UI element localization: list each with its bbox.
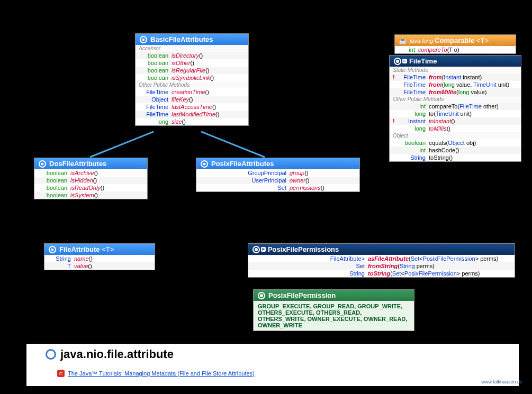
tutorial-link-row: ⊂ The Java™ Tutorials: Managing Metadata… [57,370,255,377]
class-icon [394,58,401,65]
member-row: booleanisHidden () [34,177,147,184]
interface-icon [201,160,208,168]
member-row: Tvalue () [44,262,155,270]
box-title: BasicFileAttributes [150,35,213,43]
member-row: ObjectfileKey () [136,96,248,103]
member-row: booleanisOther () [136,59,248,67]
enum-icon [258,292,265,299]
member-row: FileTimelastAccessTime () [136,103,248,111]
oracle-icon: ⊂ [57,370,65,377]
member-row: longsize () [136,118,248,125]
class-icon [253,246,260,253]
box-title: FileAttribute <T> [59,245,114,253]
box-title: PosixFilePermissions [268,245,339,253]
enum-values: GROUP_EXECUTE, GROUP_READ, GROUP_WRITE, … [254,301,414,331]
member-row: SetfromString (String perms) [248,262,515,270]
section-label: Other Public Methods [390,96,521,103]
member-row: FileTimecreationTime () [136,88,248,96]
member-row: FileTimelastModifiedTime () [136,111,248,118]
member-row: StringtoString (Set<PosixFilePermission>… [248,270,515,277]
class-box-posix-file-permission: PosixFilePermission GROUP_EXECUTE, GROUP… [253,289,414,331]
member-row: Setpermissions () [196,184,359,191]
member-row: inthashCode () [390,146,521,154]
svg-line-1 [201,132,265,157]
section-label: Object [390,132,521,139]
box-header: F PosixFilePermissions [248,244,515,255]
section-label: Static Methods [390,67,521,74]
class-box-posix-file-permissions: F PosixFilePermissions FileAttribute>asF… [248,243,515,278]
member-row: StringtoString () [390,154,521,161]
member-row: intcompareTo (FileTime other) [390,103,521,110]
member-row: !InstanttoInstant () [390,117,521,125]
class-box-file-time: F FileTime Static Methods!FileTimefrom (… [389,55,521,162]
section-label: Accessor [136,45,248,52]
member-row: UserPrincipalowner () [196,177,359,184]
member-row: booleanisSymbolicLink () [136,74,248,81]
member-row: booleanisDirectory () [136,52,248,59]
member-row: booleanisRegularFile () [136,67,248,74]
member-row: FileTimefromMillis (long value) [390,88,521,96]
package-title: java.nio.file.attribute [46,347,174,361]
class-box-posix-file-attributes: PosixFileAttributes GroupPrincipalgroup … [196,158,360,192]
member-row: !FileTimefrom (Instant instant) [390,74,521,81]
class-box-dos-file-attributes: DosFileAttributes booleanisArchive ()boo… [34,158,148,199]
cup-icon: ☕ [399,37,407,44]
member-row: Stringname () [44,255,155,262]
credit: www.falkhausen.de [481,379,522,384]
box-title: FileTime [409,57,437,65]
interface-icon [140,36,147,43]
interface-icon [39,160,46,168]
member-row: FileTimefrom (long value, TimeUnit unit) [390,81,521,88]
class-box-basic-file-attributes: BasicFileAttributes AccessorbooleanisDir… [135,33,249,126]
box-header: BasicFileAttributes [136,34,248,45]
member-row: booleanisSystem () [34,191,147,199]
box-title: DosFileAttributes [49,160,106,168]
box-header: DosFileAttributes [34,158,147,169]
package-name: java.nio.file.attribute [60,347,174,361]
box-header: PosixFilePermission [254,290,414,301]
tutorial-link[interactable]: The Java™ Tutorials: Managing Metadata (… [68,370,255,377]
interface-icon [49,246,56,253]
final-badge: F [402,59,407,63]
box-header: F FileTime [390,56,521,67]
member-row: booleanisArchive () [34,169,147,177]
package-icon [46,349,56,360]
member-row: booleanequals (Object obj) [390,139,521,146]
class-box-comparable: ☕ java.lang.Comparable <T> intcompareTo … [394,34,516,54]
member-row: booleanisReadOnly () [34,184,147,191]
box-title: PosixFilePermission [268,291,336,299]
member-row: FileAttribute>asFileAttribute (Set<Posix… [248,255,515,262]
box-title: java.lang.Comparable <T> [410,36,489,44]
svg-line-0 [90,132,154,157]
member-row: GroupPrincipalgroup () [196,169,359,177]
box-title: PosixFileAttributes [211,160,274,168]
box-header: FileAttribute <T> [44,244,155,255]
box-header: ☕ java.lang.Comparable <T> [395,35,516,46]
final-badge: F [261,247,266,252]
section-label: Other Public Methods [136,81,248,88]
class-box-file-attribute: FileAttribute <T> Stringname ()Tvalue () [44,243,155,270]
member-row: longtoMillis () [390,125,521,132]
member-row: intcompareTo (T o) [395,46,516,53]
box-header: PosixFileAttributes [196,158,359,169]
member-row: longto (TimeUnit unit) [390,110,521,117]
